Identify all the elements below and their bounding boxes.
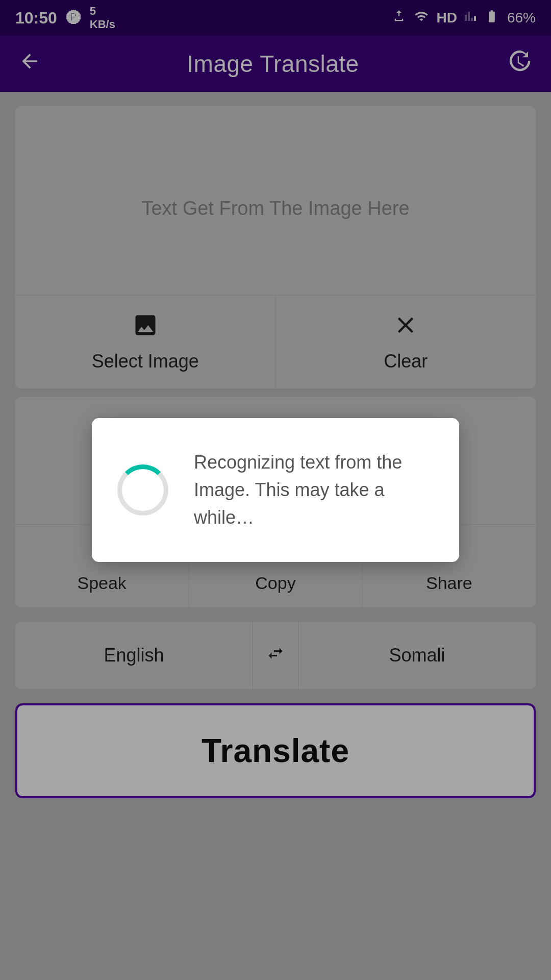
loading-dialog: Recognizing text from the Image. This ma… (92, 418, 459, 562)
dialog-message: Recognizing text from the Image. This ma… (194, 449, 434, 531)
loading-spinner (117, 464, 168, 516)
